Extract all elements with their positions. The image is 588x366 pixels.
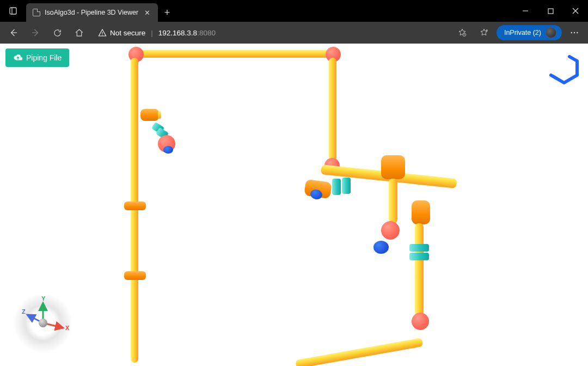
back-button[interactable] <box>4 24 23 41</box>
svg-point-9 <box>102 34 102 35</box>
app-logo <box>548 49 580 90</box>
axis-gizmo[interactable]: X Y Z <box>13 293 73 353</box>
axis-y-label: Y <box>41 295 45 302</box>
inprivate-indicator[interactable]: InPrivate (2) <box>497 25 562 40</box>
ellipsis-icon <box>569 28 579 38</box>
pipeline-3d-scene[interactable] <box>0 44 588 366</box>
piping-file-button[interactable]: Piping File <box>5 48 69 67</box>
tee-fitting <box>381 155 405 179</box>
warning-icon <box>98 28 107 37</box>
tab-actions-icon <box>9 7 17 15</box>
close-window-button[interactable] <box>563 0 588 22</box>
svg-rect-3 <box>548 9 553 14</box>
gizmo-origin <box>39 319 47 327</box>
maximize-icon <box>548 8 554 14</box>
new-tab-button[interactable]: + <box>158 3 176 22</box>
tee-fitting <box>140 109 159 121</box>
elbow-fitting <box>381 221 400 240</box>
svg-point-14 <box>577 32 578 33</box>
flange-fitting <box>332 179 341 195</box>
refresh-icon <box>53 28 62 38</box>
arrow-right-icon <box>30 28 40 38</box>
elbow-fitting <box>412 313 429 330</box>
app-viewport: Piping File X Y Z <box>0 44 588 366</box>
maximize-button[interactable] <box>538 0 563 22</box>
address-bar[interactable]: Not secure | 192.168.3.8:8080 <box>91 25 450 41</box>
pipe-segment <box>158 111 161 119</box>
address-separator: | <box>151 29 153 37</box>
star-plus-icon <box>479 28 489 38</box>
pipe-segment <box>136 50 332 58</box>
svg-text:G: G <box>463 33 465 36</box>
tab-close-button[interactable]: ✕ <box>143 9 151 17</box>
window-titlebar: IsoAlgo3d - Pipeline 3D Viewer ✕ + <box>0 0 588 22</box>
pipe-cap <box>373 241 389 254</box>
axis-x-label: X <box>65 325 69 331</box>
url-host: 192.168.3.8 <box>158 29 197 37</box>
minimize-icon <box>522 8 529 14</box>
page-icon <box>33 9 40 16</box>
logo-icon <box>548 49 580 88</box>
flange-fitting <box>409 253 429 260</box>
flange-fitting <box>409 244 429 252</box>
pipe-segment <box>415 223 424 316</box>
profile-avatar-icon <box>546 27 556 38</box>
pipe-cap <box>163 146 173 154</box>
favorites-button[interactable] <box>475 24 493 41</box>
more-button[interactable] <box>565 24 584 41</box>
svg-point-12 <box>571 32 572 33</box>
titlebar-drag-region[interactable] <box>176 0 513 22</box>
minimize-button[interactable] <box>513 0 538 22</box>
nozzle-fitting <box>124 202 146 210</box>
pipe-segment <box>295 338 423 366</box>
home-button[interactable] <box>70 24 88 41</box>
tee-fitting <box>412 200 430 224</box>
nozzle-fitting <box>124 271 146 280</box>
forward-button[interactable] <box>26 24 45 41</box>
axis-z-label: Z <box>22 308 26 315</box>
tab-area: IsoAlgo3d - Pipeline 3D Viewer ✕ + <box>0 0 176 22</box>
security-label: Not secure <box>110 29 145 37</box>
site-security[interactable]: Not secure <box>98 28 145 37</box>
refresh-button[interactable] <box>48 24 66 41</box>
pipe-segment <box>131 58 138 363</box>
svg-point-13 <box>574 32 575 33</box>
cloud-upload-icon <box>13 54 23 62</box>
url-port: :8080 <box>197 29 216 37</box>
window-controls <box>513 0 588 22</box>
tab-title: IsoAlgo3d - Pipeline 3D Viewer <box>45 9 138 16</box>
browser-toolbar: Not secure | 192.168.3.8:8080 G InPrivat… <box>0 22 588 44</box>
url-display: 192.168.3.8:8080 <box>158 29 216 37</box>
flange-fitting <box>342 178 351 194</box>
close-icon <box>572 8 579 14</box>
star-badge-icon: G <box>457 28 467 38</box>
pipe-segment <box>389 179 397 223</box>
browser-tab[interactable]: IsoAlgo3d - Pipeline 3D Viewer ✕ <box>26 3 158 22</box>
pipe-segment <box>329 58 336 161</box>
svg-rect-0 <box>10 8 16 14</box>
home-icon <box>75 28 84 38</box>
inprivate-label: InPrivate (2) <box>504 29 541 36</box>
read-aloud-button[interactable]: G <box>453 24 471 41</box>
arrow-left-icon <box>9 28 19 38</box>
piping-file-label: Piping File <box>26 53 62 62</box>
tab-actions-button[interactable] <box>0 0 26 22</box>
